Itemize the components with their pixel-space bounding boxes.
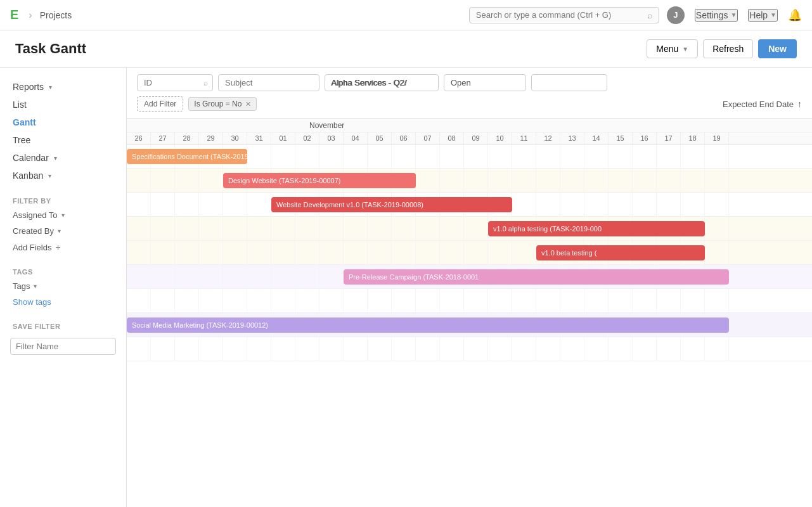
- id-search-icon: ⌕: [203, 79, 208, 87]
- add-fields-plus-icon: +: [55, 242, 60, 252]
- help-caret-icon: ▼: [770, 11, 777, 18]
- gantt-row-6: [127, 289, 812, 313]
- gantt-body: Specifications Document (TASK-2019-00006…: [127, 144, 812, 361]
- november-label: November: [309, 121, 344, 130]
- topnav-right: J Settings ▼ Help ▼ 🔔: [667, 6, 802, 24]
- date-col-12: 12: [536, 132, 560, 144]
- date-col-07: 07: [416, 132, 440, 144]
- sidebar-item-calendar[interactable]: Calendar ▾: [0, 149, 126, 167]
- menu-caret-icon: ▼: [682, 46, 688, 53]
- filters-bar: ⌕ Alpha Services - Q2/ Add Filte: [127, 68, 812, 119]
- remove-filter-icon[interactable]: ✕: [245, 100, 251, 108]
- gantt-bar[interactable]: Pre-Release Campaign (TASK-2018-0001: [344, 269, 729, 285]
- filter-inputs-row: ⌕ Alpha Services - Q2/: [137, 74, 802, 91]
- tags-caret-icon: ▾: [34, 283, 37, 290]
- calendar-caret-icon: ▾: [54, 155, 57, 162]
- extra-filter-input[interactable]: [531, 74, 607, 91]
- gantt-area: November 2627282930310102030405060708091…: [127, 119, 812, 507]
- save-filter-label: SAVE FILTER: [0, 316, 126, 333]
- date-col-31: 31: [247, 132, 271, 144]
- subject-filter-wrap: [218, 74, 319, 91]
- sidebar-item-list[interactable]: List: [0, 96, 126, 113]
- content-area: ⌕ Alpha Services - Q2/ Add Filte: [127, 68, 812, 507]
- gantt-bar[interactable]: Website Development v1.0 (TASK-2019-0000…: [271, 197, 512, 212]
- sort-up-icon: ↑: [797, 99, 802, 109]
- date-col-17: 17: [657, 132, 681, 144]
- date-col-06: 06: [392, 132, 416, 144]
- search-bar[interactable]: ⌕: [469, 7, 659, 23]
- active-filter-badge: Is Group = No ✕: [188, 97, 257, 111]
- status-filter-input[interactable]: [444, 74, 526, 91]
- created-by-caret-icon: ▾: [58, 228, 61, 234]
- sidebar-add-fields[interactable]: Add Fields +: [0, 239, 126, 255]
- filter-active-row: Add Filter Is Group = No ✕ Expected End …: [137, 96, 802, 112]
- sidebar-assigned-to[interactable]: Assigned To ▾: [0, 207, 126, 223]
- settings-caret-icon: ▼: [730, 11, 737, 18]
- date-col-19: 19: [705, 132, 729, 144]
- date-col-08: 08: [440, 132, 464, 144]
- id-filter-wrap: ⌕: [137, 74, 213, 91]
- gantt-dates-header: 2627282930310102030405060708091011121314…: [127, 132, 812, 144]
- gantt-row-3: v1.0 alpha testing (TASK-2019-000: [127, 217, 812, 241]
- gantt-row-8: [127, 337, 812, 361]
- new-button[interactable]: New: [758, 39, 797, 58]
- sidebar-item-tree[interactable]: Tree: [0, 131, 126, 149]
- subject-filter-input[interactable]: [218, 74, 319, 91]
- gantt-bar[interactable]: Design Website (TASK-2019-00007): [223, 173, 416, 188]
- date-col-13: 13: [560, 132, 584, 144]
- date-col-28: 28: [175, 132, 199, 144]
- sidebar-tags[interactable]: Tags ▾: [0, 278, 126, 294]
- sort-button[interactable]: Expected End Date ↑: [723, 99, 802, 109]
- id-filter-input[interactable]: [137, 74, 213, 91]
- date-col-11: 11: [512, 132, 536, 144]
- page-actions: Menu ▼ Refresh New: [647, 39, 797, 58]
- gantt-bar[interactable]: v1.0 alpha testing (TASK-2019-000: [488, 221, 705, 236]
- date-col-01: 01: [271, 132, 295, 144]
- date-col-09: 09: [464, 132, 488, 144]
- date-col-27: 27: [151, 132, 175, 144]
- notifications-bell-icon[interactable]: 🔔: [788, 8, 802, 22]
- date-col-14: 14: [584, 132, 609, 144]
- filter-active-left: Add Filter Is Group = No ✕: [137, 96, 257, 112]
- gantt-month-row: November: [127, 119, 812, 132]
- project-filter-input[interactable]: [325, 74, 439, 91]
- gantt-bar[interactable]: Specifications Document (TASK-2019-00006…: [127, 149, 247, 164]
- gantt-row-5: Pre-Release Campaign (TASK-2018-0001: [127, 265, 812, 289]
- settings-button[interactable]: Settings ▼: [695, 9, 738, 22]
- gantt-bar[interactable]: Social Media Marketing (TASK-2019-00012): [127, 318, 729, 333]
- gantt-row-0: Specifications Document (TASK-2019-00006…: [127, 144, 812, 169]
- sidebar-show-tags[interactable]: Show tags: [0, 294, 126, 310]
- reports-caret-icon: ▾: [49, 84, 52, 91]
- sidebar-created-by[interactable]: Created By ▾: [0, 223, 126, 239]
- project-filter-wrap: Alpha Services - Q2/: [325, 74, 439, 91]
- gantt-bar[interactable]: v1.0 beta testing (: [536, 245, 705, 260]
- sidebar-item-reports[interactable]: Reports ▾: [0, 78, 126, 96]
- sidebar-item-kanban[interactable]: Kanban ▾: [0, 167, 126, 184]
- gantt-row-4: v1.0 beta testing (: [127, 241, 812, 265]
- date-col-04: 04: [344, 132, 368, 144]
- assigned-to-caret-icon: ▾: [61, 212, 65, 219]
- date-col-03: 03: [319, 132, 344, 144]
- sidebar: Reports ▾ List Gantt Tree Calendar ▾ Kan…: [0, 68, 127, 507]
- filter-by-label: FILTER BY: [0, 191, 126, 207]
- gantt-row-7: Social Media Marketing (TASK-2019-00012): [127, 313, 812, 337]
- date-col-30: 30: [223, 132, 247, 144]
- date-col-29: 29: [199, 132, 223, 144]
- search-input[interactable]: [476, 10, 647, 20]
- page-title: Task Gantt: [15, 41, 86, 57]
- refresh-button[interactable]: Refresh: [703, 39, 753, 58]
- breadcrumb-sep: ›: [29, 10, 32, 21]
- gantt-row-2: Website Development v1.0 (TASK-2019-0000…: [127, 193, 812, 217]
- add-filter-button[interactable]: Add Filter: [137, 96, 183, 112]
- app-logo: E: [10, 8, 18, 22]
- gantt-row-1: Design Website (TASK-2019-00007): [127, 169, 812, 193]
- breadcrumb[interactable]: Projects: [40, 10, 72, 20]
- filter-name-input[interactable]: [10, 338, 116, 355]
- avatar[interactable]: J: [667, 6, 685, 24]
- page-header: Task Gantt Menu ▼ Refresh New: [0, 30, 812, 68]
- status-filter-wrap: [444, 74, 526, 91]
- sidebar-item-gantt[interactable]: Gantt: [0, 113, 126, 131]
- menu-button[interactable]: Menu ▼: [647, 39, 698, 58]
- date-col-05: 05: [368, 132, 392, 144]
- help-button[interactable]: Help ▼: [748, 9, 778, 22]
